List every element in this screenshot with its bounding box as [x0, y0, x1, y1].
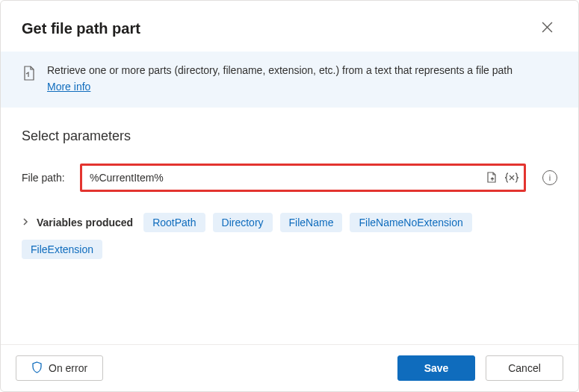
variable-chip[interactable]: Directory: [213, 213, 273, 232]
shield-icon: [31, 361, 43, 376]
more-info-link[interactable]: More info: [47, 80, 90, 95]
variable-chip[interactable]: FileExtension: [22, 240, 102, 259]
on-error-button[interactable]: On error: [16, 355, 103, 381]
help-icon[interactable]: i: [542, 170, 557, 185]
info-banner: Retrieve one or more parts (directory, f…: [1, 52, 578, 108]
banner-text: Retrieve one or more parts (directory, f…: [47, 63, 513, 94]
footer-right: Save Cancel: [397, 355, 563, 381]
expand-toggle[interactable]: [22, 217, 29, 228]
file-picker-icon[interactable]: [485, 170, 500, 185]
file-icon: [22, 65, 37, 84]
close-button[interactable]: [537, 17, 557, 40]
on-error-label: On error: [49, 362, 87, 374]
dialog-footer: On error Save Cancel: [1, 344, 578, 391]
variable-chip[interactable]: FileNameNoExtension: [350, 213, 471, 232]
file-path-input-wrap: [80, 164, 526, 192]
cancel-button[interactable]: Cancel: [486, 355, 563, 381]
variable-icon[interactable]: [504, 170, 519, 185]
file-path-row: File path:: [22, 164, 557, 192]
file-path-label: File path:: [22, 172, 68, 184]
dialog: Get file path part Retrieve one or more …: [0, 0, 579, 392]
dialog-body: Select parameters File path:: [1, 108, 578, 344]
dialog-header: Get file path part: [1, 1, 578, 52]
input-icons: [485, 170, 519, 185]
dialog-title: Get file path part: [22, 20, 140, 37]
variables-produced-label: Variables produced: [37, 217, 133, 228]
variables-produced-row: Variables produced RootPath Directory Fi…: [22, 213, 557, 259]
variable-chip[interactable]: RootPath: [143, 213, 205, 232]
banner-description: Retrieve one or more parts (directory, f…: [47, 64, 513, 76]
variable-chip[interactable]: FileName: [280, 213, 343, 232]
file-path-input[interactable]: [90, 172, 485, 184]
save-button[interactable]: Save: [397, 355, 475, 381]
section-title: Select parameters: [22, 128, 557, 144]
chevron-right-icon: [22, 217, 29, 228]
close-icon: [542, 22, 553, 35]
